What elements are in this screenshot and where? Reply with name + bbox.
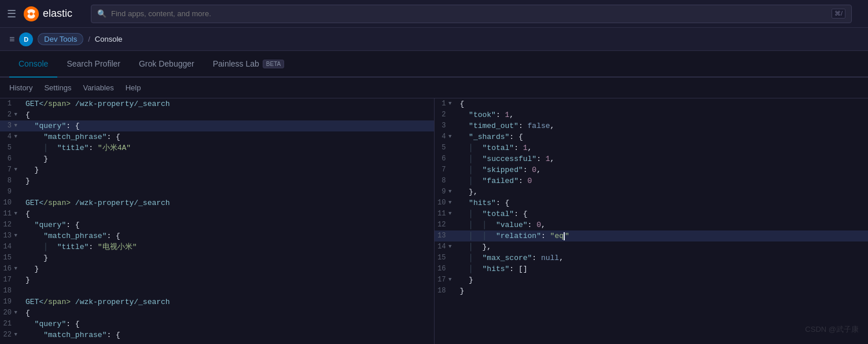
table-row: 2▼{ xyxy=(0,109,434,120)
tab-grok-debugger[interactable]: Grok Debugger xyxy=(130,51,204,78)
line-content: │ "total": 1, xyxy=(457,142,869,153)
line-number: 15 xyxy=(435,252,457,264)
fold-button[interactable]: ▼ xyxy=(447,98,452,109)
line-content: } xyxy=(22,175,434,186)
search-shortcut: ⌘/ xyxy=(832,9,845,19)
line-number: 13▼ xyxy=(0,230,22,241)
fold-button[interactable]: ▼ xyxy=(13,208,17,219)
fold-button[interactable]: ▼ xyxy=(447,197,452,208)
run-button[interactable]: ▷ xyxy=(413,98,417,109)
fold-button[interactable]: ▼ xyxy=(13,120,17,131)
line-content: GET</span> /wzk-property/_search xyxy=(22,297,434,308)
tab-bar: Console Search Profiler Grok Debugger Pa… xyxy=(0,51,868,78)
line-number: 14▼ xyxy=(435,241,457,252)
more-button[interactable]: ⋮ xyxy=(421,98,429,109)
line-number: 12 xyxy=(435,219,457,230)
line-number: 3▼ xyxy=(0,120,22,131)
table-row: 22▼ "match_phrase": { xyxy=(0,330,434,341)
fold-button[interactable]: ▼ xyxy=(13,131,17,142)
table-row: 10▼ "hits": { xyxy=(435,197,869,208)
line-content: │ }, xyxy=(457,241,869,252)
table-row: 13 │ │ "relation": "eq " xyxy=(435,230,869,241)
toolbar: History Settings Variables Help xyxy=(0,78,868,98)
line-content: { xyxy=(22,208,434,219)
line-content: } xyxy=(22,252,434,264)
breadcrumb-bar: ≡ D Dev Tools / Console xyxy=(0,28,868,51)
line-number: 11▼ xyxy=(0,208,22,219)
table-row: 8 │ "failed": 0 xyxy=(435,175,869,186)
line-number: 7▼ xyxy=(0,164,22,175)
table-row: 15 │ "max_score": null, xyxy=(435,252,869,264)
line-content: } xyxy=(457,286,869,297)
fold-button[interactable]: ▼ xyxy=(13,308,17,319)
line-content: "took": 1, xyxy=(457,109,869,120)
line-number: 18 xyxy=(0,286,22,297)
breadcrumb-devtools[interactable]: Dev Tools xyxy=(38,33,83,45)
fold-button[interactable]: ▼ xyxy=(447,131,452,142)
toolbar-variables[interactable]: Variables xyxy=(83,83,113,92)
fold-button[interactable]: ▼ xyxy=(13,264,17,275)
table-row: 9▼ }, xyxy=(435,186,869,197)
table-row: 9 xyxy=(0,186,434,197)
fold-button[interactable]: ▼ xyxy=(13,164,17,175)
table-row: 21 "query": { xyxy=(0,319,434,330)
line-number: 6 xyxy=(435,153,457,164)
table-row: 4▼ "match_phrase": { xyxy=(0,131,434,142)
line-content: } xyxy=(22,264,434,275)
line-content: GET</span> /wzk-property/_search xyxy=(22,98,413,109)
right-editor-panel[interactable]: 1▼{2 "took": 1,3 "timed_out": false,4▼ "… xyxy=(435,98,869,344)
line-number: 13 xyxy=(435,230,457,241)
line-content: } xyxy=(22,153,434,164)
line-content: │ "title": "小米4A" xyxy=(22,142,434,153)
tab-painless-lab[interactable]: Painless Lab BETA xyxy=(204,51,294,78)
line-content: { xyxy=(22,109,434,120)
user-avatar[interactable]: D xyxy=(19,32,33,46)
top-nav: ☰ elastic 🔍 ⌘/ xyxy=(0,0,868,28)
table-row: 11▼ │ "total": { xyxy=(435,208,869,219)
hamburger-icon[interactable]: ☰ xyxy=(7,8,16,20)
breadcrumb-current: Console xyxy=(95,35,123,43)
tab-console[interactable]: Console xyxy=(9,51,57,78)
line-content xyxy=(22,186,434,197)
line-number: 9▼ xyxy=(435,186,457,197)
fold-button[interactable]: ▼ xyxy=(447,241,452,252)
line-number: 22▼ xyxy=(0,330,22,341)
fold-button[interactable]: ▼ xyxy=(447,275,452,286)
line-number: 5 xyxy=(0,142,22,153)
line-content: }, xyxy=(457,186,869,197)
line-content: │ "skipped": 0, xyxy=(457,164,869,175)
line-number: 2▼ xyxy=(0,109,22,120)
fold-button[interactable]: ▼ xyxy=(13,230,17,241)
fold-button[interactable]: ▼ xyxy=(447,208,452,219)
table-row: 15 } xyxy=(0,252,434,264)
global-search-input[interactable] xyxy=(111,9,827,18)
line-content: { xyxy=(457,98,869,109)
line-number: 16 xyxy=(435,264,457,275)
table-row: 8} xyxy=(0,175,434,186)
line-content: │ "total": { xyxy=(457,208,869,219)
table-row: 3▼ "query": { xyxy=(0,120,434,131)
line-content: "hits": { xyxy=(457,197,869,208)
global-search-bar[interactable]: 🔍 ⌘/ xyxy=(91,5,852,23)
toolbar-settings[interactable]: Settings xyxy=(44,83,71,92)
left-editor-panel[interactable]: 1GET</span> /wzk-property/_search▷⋮2▼{3▼… xyxy=(0,98,435,344)
table-row: 16▼ } xyxy=(0,264,434,275)
line-number: 11▼ xyxy=(435,208,457,219)
table-row: 5 │ "title": "小米4A" xyxy=(0,142,434,153)
line-content: │ "max_score": null, xyxy=(457,252,869,264)
line-content: "query": { xyxy=(22,219,434,230)
fold-button[interactable]: ▼ xyxy=(13,330,17,341)
toolbar-help[interactable]: Help xyxy=(126,83,141,92)
line-number: 21 xyxy=(0,319,22,330)
fold-button[interactable]: ▼ xyxy=(447,186,452,197)
fold-button[interactable]: ▼ xyxy=(13,109,17,120)
line-content: "match_phrase": { xyxy=(22,131,434,142)
elastic-logo-icon xyxy=(23,6,39,22)
menu-icon[interactable]: ≡ xyxy=(9,34,14,45)
table-row: 6 } xyxy=(0,153,434,164)
table-row: 6 │ "successful": 1, xyxy=(435,153,869,164)
table-row: 19GET</span> /wzk-property/_search xyxy=(0,297,434,308)
toolbar-history[interactable]: History xyxy=(9,83,32,92)
tab-search-profiler[interactable]: Search Profiler xyxy=(57,51,130,78)
line-content: │ "title": "电视小米" xyxy=(22,241,434,252)
